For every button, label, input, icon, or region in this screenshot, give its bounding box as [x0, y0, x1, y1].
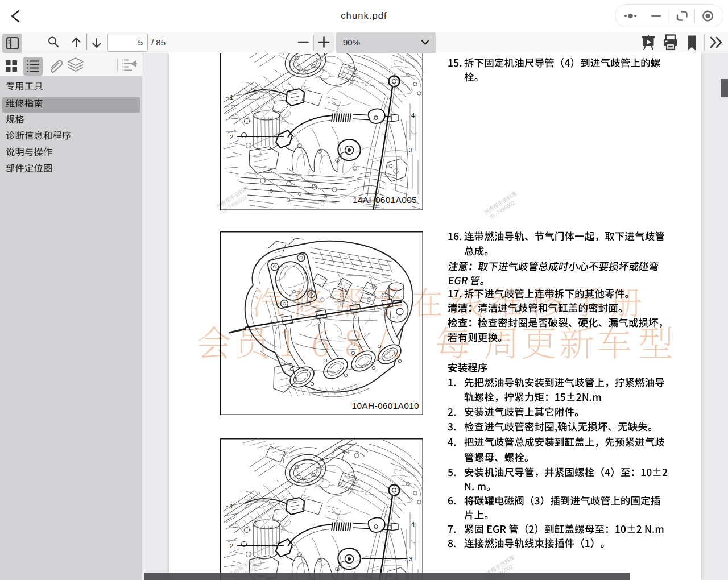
svg-text:2: 2	[230, 134, 233, 140]
svg-text:3: 3	[409, 147, 412, 154]
svg-text:10AH-0601A010: 10AH-0601A010	[351, 401, 419, 411]
svg-text:14AH0601A005: 14AH0601A005	[353, 195, 417, 205]
svg-text:3: 3	[409, 556, 412, 562]
svg-text:1: 1	[230, 503, 233, 509]
svg-text:1: 1	[230, 94, 233, 101]
svg-text:4: 4	[411, 112, 415, 119]
svg-text:2: 2	[230, 542, 233, 549]
svg-text:4: 4	[411, 521, 415, 528]
